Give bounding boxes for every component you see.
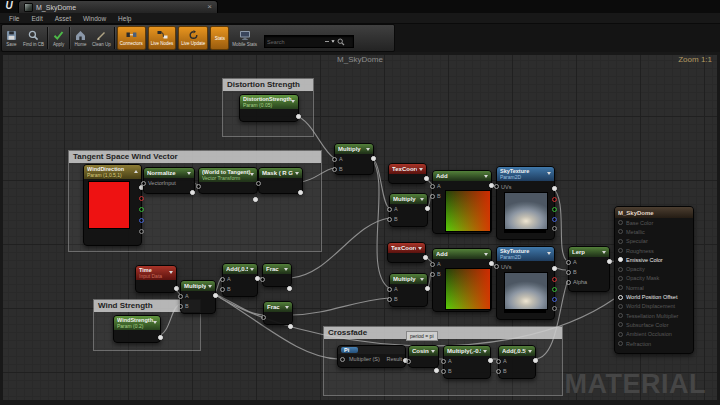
chevron-down-icon[interactable] (431, 350, 435, 353)
chevron-down-icon[interactable] (547, 252, 551, 255)
output-pin[interactable] (296, 114, 301, 119)
node-add-bottom[interactable]: Add A B (432, 248, 492, 312)
search-options-chevron-icon[interactable] (332, 40, 335, 42)
chevron-down-icon[interactable] (208, 285, 212, 288)
node-pi[interactable]: Pi Multiplier (S) Result (337, 345, 406, 368)
node-header[interactable]: DistortionStrength Param (0.05) (240, 95, 298, 109)
input-pin-a[interactable] (220, 277, 225, 282)
chevron-down-icon[interactable] (484, 175, 488, 178)
chevron-down-icon[interactable] (419, 168, 423, 171)
node-header[interactable]: Multiply(,-0.5) (444, 346, 490, 356)
apply-button[interactable]: Apply (49, 25, 68, 51)
node-header[interactable]: M_SkyDome (615, 207, 693, 218)
tab-close-icon[interactable]: × (207, 3, 212, 11)
node-header[interactable]: Add (433, 249, 491, 259)
input-pin[interactable] (261, 315, 266, 320)
node-world-to-tangent[interactable]: (World to Tangent) Vector Transform (198, 167, 258, 194)
material-input-ambient-occlusion[interactable]: Ambient Occlusion (615, 330, 693, 339)
node-header[interactable]: Add (433, 171, 491, 181)
input-pin-b[interactable] (332, 167, 337, 172)
chevron-down-icon[interactable] (420, 198, 424, 201)
output-pin-rgb[interactable] (552, 266, 557, 271)
chevron-down-icon[interactable] (418, 247, 422, 250)
chevron-down-icon[interactable] (250, 173, 254, 176)
output-pin[interactable] (488, 358, 493, 363)
material-input-tessellation-multiplier[interactable]: Tessellation Multiplier (615, 311, 693, 320)
input-pin-b[interactable] (178, 304, 183, 309)
input-pin-b[interactable] (387, 217, 392, 222)
input-pin[interactable] (196, 184, 201, 189)
output-pin[interactable] (371, 156, 376, 161)
node-time[interactable]: Time Input Data (135, 265, 177, 293)
node-header[interactable]: Lerp (569, 247, 609, 257)
output-pin-b[interactable] (139, 218, 144, 223)
material-input-base-color[interactable]: Base Color (615, 218, 693, 227)
node-multiply-distortion[interactable]: Multiply A B (334, 143, 374, 175)
output-pin[interactable] (190, 190, 195, 195)
output-pin[interactable] (213, 293, 218, 298)
node-texcoord-top[interactable]: TexCoord (388, 163, 427, 184)
output-pin[interactable] (287, 286, 292, 291)
output-pin-r[interactable] (552, 197, 557, 202)
input-pin-uvs[interactable] (494, 264, 499, 269)
node-header[interactable]: SkyTexture Param2D (497, 247, 554, 261)
chevron-down-icon[interactable] (187, 172, 191, 175)
node-header[interactable]: Frac (264, 302, 292, 312)
node-header[interactable]: (World to Tangent) Vector Transform (199, 168, 257, 182)
node-frac-top[interactable]: Frac (262, 263, 292, 287)
node-header[interactable]: Pi (338, 346, 405, 354)
chevron-down-icon[interactable] (295, 172, 299, 175)
chevron-down-icon[interactable] (528, 350, 532, 353)
node-header[interactable]: Time Input Data (136, 266, 176, 280)
node-sky-texture-top[interactable]: SkyTexture Param2D UVs (496, 166, 555, 240)
node-lerp[interactable]: Lerp A B Alpha (568, 246, 610, 292)
material-input-metallic[interactable]: Metallic (615, 227, 693, 236)
output-pin-g[interactable] (552, 287, 557, 292)
menu-file[interactable]: File (3, 15, 25, 22)
input-pin[interactable] (260, 277, 265, 282)
input-pin-a[interactable] (430, 184, 435, 189)
output-pin[interactable] (158, 335, 163, 340)
output-pin[interactable] (425, 206, 430, 211)
comment-title[interactable]: Tangent Space Wind Vector (69, 151, 321, 163)
input-pin-b[interactable] (441, 369, 446, 374)
output-pin-b[interactable] (552, 297, 557, 302)
output-pin-g[interactable] (139, 207, 144, 212)
node-header[interactable]: Add(,0.5) (223, 264, 257, 274)
input-pin-multiplier[interactable] (340, 357, 345, 362)
node-header[interactable]: Multiply (390, 274, 427, 284)
material-graph-canvas[interactable]: M_SkyDome Zoom 1:1 MATERIAL (0, 52, 720, 405)
live-nodes-toggle-button[interactable]: Live Nodes (148, 26, 177, 50)
output-pin[interactable] (298, 190, 303, 195)
comment-title[interactable]: Distortion Strength (223, 79, 313, 91)
input-pin-a[interactable] (430, 262, 435, 267)
chevron-down-icon[interactable] (484, 253, 488, 256)
node-multiply-panner-bottom[interactable]: Multiply A B (389, 273, 428, 307)
chevron-down-icon[interactable] (153, 321, 157, 324)
node-header[interactable]: WindStrength Param (0.2) (114, 316, 160, 330)
material-input-opacity[interactable]: Opacity (615, 264, 693, 273)
output-pin[interactable] (424, 176, 429, 181)
input-pin-a[interactable] (387, 207, 392, 212)
clean-up-button[interactable]: Clean Up (90, 25, 113, 51)
chevron-down-icon[interactable] (250, 268, 254, 271)
input-pin-uvs[interactable] (494, 184, 499, 189)
output-pin-r[interactable] (139, 196, 144, 201)
material-input-normal[interactable]: Normal (615, 283, 693, 292)
input-pin-b[interactable] (430, 194, 435, 199)
node-header[interactable]: Frac (263, 264, 291, 274)
output-pin-a[interactable] (139, 229, 144, 234)
menu-asset[interactable]: Asset (49, 15, 77, 22)
input-pin-b[interactable] (566, 270, 571, 275)
node-cosine[interactable]: Cosine (408, 345, 439, 368)
node-multiply-neg-half[interactable]: Multiply(,-0.5) A B (443, 345, 491, 379)
output-pin[interactable] (425, 286, 430, 291)
output-pin-r[interactable] (552, 277, 557, 282)
menu-help[interactable]: Help (112, 15, 137, 22)
input-pin-a[interactable] (441, 359, 446, 364)
output-pin[interactable] (607, 259, 612, 264)
save-button[interactable]: Save (2, 25, 21, 51)
input-pin-b[interactable] (387, 297, 392, 302)
input-pin-b[interactable] (496, 369, 501, 374)
clear-search-icon[interactable] (325, 41, 329, 42)
